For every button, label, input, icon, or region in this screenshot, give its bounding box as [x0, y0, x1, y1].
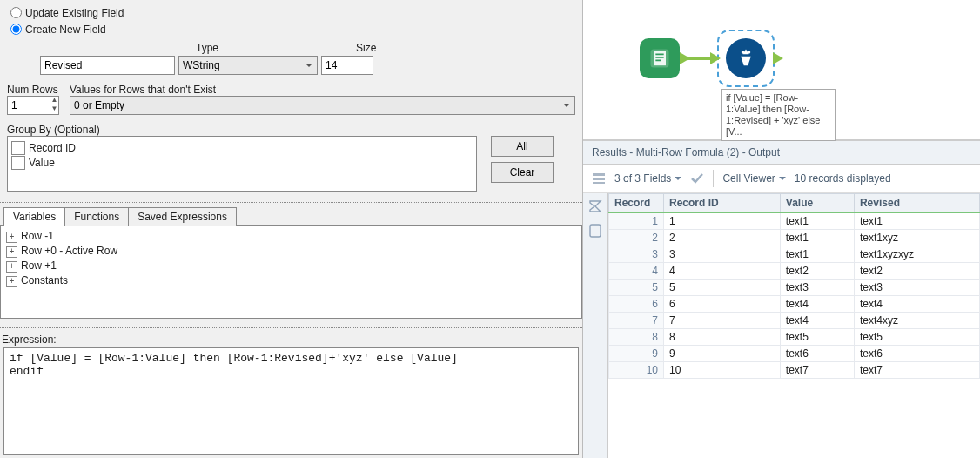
table-row[interactable]: 11text1text1 [609, 212, 980, 230]
table-side-tabs [583, 193, 608, 458]
cell-value: text4 [780, 296, 854, 313]
sigma-icon[interactable] [587, 199, 603, 214]
text-input-tool[interactable] [640, 38, 680, 78]
field-name-label [40, 42, 175, 54]
num-rows-label: Num Rows [7, 84, 59, 96]
cell-record: 2 [609, 230, 664, 246]
groupby-item-label: Value [29, 157, 55, 169]
divider [0, 327, 582, 328]
radio-create-new[interactable]: Create New Field [7, 22, 575, 37]
variables-tree[interactable]: +Row -1+Row +0 - Active Row+Row +1+Const… [0, 226, 582, 319]
radio-create-label: Create New Field [25, 24, 106, 36]
cell-value: text1 [780, 246, 854, 263]
cell-value: text1 [780, 230, 854, 246]
input-anchor[interactable] [710, 52, 721, 64]
groupby-label: Group By (Optional) [7, 124, 575, 136]
page-icon[interactable] [587, 223, 603, 239]
clear-button[interactable]: Clear [491, 162, 554, 183]
expand-icon[interactable]: + [6, 261, 17, 273]
separator [713, 170, 714, 187]
radio-update-label: Update Existing Field [25, 7, 124, 19]
layout-icon[interactable] [592, 172, 606, 185]
spinner-down[interactable]: ▼ [50, 105, 58, 114]
tab-variables[interactable]: Variables [3, 207, 65, 226]
radio-create-input[interactable] [10, 24, 22, 35]
tree-item[interactable]: +Constants [6, 273, 576, 288]
tool-annotation: if [Value] = [Row-1:Value] then [Row-1:R… [721, 89, 836, 141]
cell-record: 5 [609, 280, 664, 296]
svg-rect-6 [590, 225, 601, 237]
table-row[interactable]: 44text2text2 [609, 263, 980, 280]
values-not-exist-select[interactable]: 0 or Empty [70, 96, 575, 115]
svg-rect-5 [593, 182, 605, 184]
table-row[interactable]: 99text6text6 [609, 346, 980, 362]
table-row[interactable]: 66text4text4 [609, 296, 980, 313]
tab-saved[interactable]: Saved Expressions [128, 207, 237, 226]
checkbox-record-id[interactable] [11, 141, 25, 155]
multi-row-formula-tool[interactable] [721, 33, 771, 84]
svg-point-1 [742, 51, 745, 54]
multi-row-formula-icon [734, 46, 758, 71]
cell-record: 3 [609, 246, 664, 263]
tree-item[interactable]: +Row +1 [6, 259, 576, 273]
output-anchor[interactable] [773, 52, 783, 64]
results-table: RecordRecord IDValueRevised 11text1text1… [608, 193, 980, 379]
check-icon[interactable] [690, 172, 704, 185]
radio-update-input[interactable] [10, 7, 22, 18]
radio-update-existing[interactable]: Update Existing Field [7, 5, 575, 20]
cell-record: 7 [609, 313, 664, 329]
field-size-input[interactable] [321, 56, 373, 75]
text-input-icon [648, 46, 672, 71]
cell-value: text4 [780, 313, 854, 329]
column-header[interactable]: Value [780, 194, 854, 213]
table-row[interactable]: 1010text7text7 [609, 362, 980, 379]
tabs: Variables Functions Saved Expressions [0, 206, 582, 226]
fields-dropdown[interactable]: 3 of 3 Fields [614, 172, 681, 185]
cell-viewer-dropdown[interactable]: Cell Viewer [722, 172, 785, 185]
num-rows-spinner[interactable]: ▲ ▼ [7, 96, 59, 115]
cell-record-id: 6 [664, 296, 781, 313]
column-header[interactable]: Revised [854, 194, 979, 213]
expand-icon[interactable]: + [6, 232, 17, 243]
column-header[interactable]: Record [609, 194, 664, 213]
expand-icon[interactable]: + [6, 246, 17, 258]
expression-editor[interactable]: if [Value] = [Row-1:Value] then [Row-1:R… [3, 347, 579, 455]
tree-item-label: Row +0 - Active Row [21, 245, 117, 257]
divider [0, 202, 582, 203]
groupby-item-record-id[interactable]: Record ID [11, 141, 473, 155]
expression-label: Expression: [2, 333, 582, 346]
cell-record: 8 [609, 329, 664, 346]
tree-item[interactable]: +Row -1 [6, 229, 576, 244]
tree-item-label: Constants [21, 274, 68, 286]
num-rows-input[interactable] [8, 97, 50, 114]
field-name-input[interactable] [40, 56, 175, 75]
table-row[interactable]: 77text4text4xyz [609, 313, 980, 329]
checkbox-value[interactable] [11, 156, 25, 170]
cell-record: 6 [609, 296, 664, 313]
svg-point-2 [748, 51, 751, 54]
cell-value: text2 [780, 263, 854, 280]
expand-icon[interactable]: + [6, 276, 17, 287]
table-row[interactable]: 22text1text1xyz [609, 230, 980, 246]
cell-value: text3 [780, 280, 854, 296]
cell-revised: text5 [854, 329, 979, 346]
column-header[interactable]: Record ID [664, 194, 781, 213]
table-row[interactable]: 55text3text3 [609, 280, 980, 296]
tree-item[interactable]: +Row +0 - Active Row [6, 244, 576, 259]
cell-value: text5 [780, 329, 854, 346]
table-row[interactable]: 88text5text5 [609, 329, 980, 346]
svg-rect-4 [593, 178, 605, 180]
groupby-list[interactable]: Record ID Value [7, 136, 477, 192]
cell-record-id: 8 [664, 329, 781, 346]
all-button[interactable]: All [491, 136, 554, 157]
field-type-select[interactable]: WString [178, 56, 318, 75]
cell-value: text7 [780, 362, 854, 379]
tab-functions[interactable]: Functions [64, 207, 129, 226]
workflow-canvas[interactable]: if [Value] = [Row-1:Value] then [Row-1:R… [583, 0, 980, 140]
groupby-item-value[interactable]: Value [11, 156, 473, 170]
cell-record: 1 [609, 212, 664, 230]
tree-item-label: Row +1 [21, 259, 57, 272]
cell-record-id: 1 [664, 212, 781, 230]
cell-revised: text1xyz [854, 230, 979, 246]
table-row[interactable]: 33text1text1xyzxyz [609, 246, 980, 263]
